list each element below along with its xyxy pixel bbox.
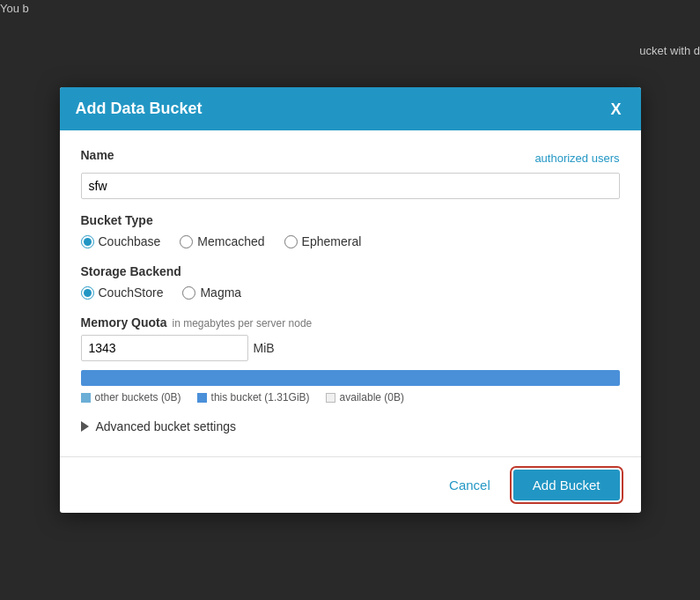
progress-this [81, 370, 620, 386]
name-row: Name authorized users [81, 148, 620, 167]
bucket-type-couchbase-radio[interactable] [81, 235, 94, 248]
legend-other-box [81, 393, 91, 403]
storage-magma[interactable]: Magma [182, 285, 241, 300]
modal-body: Name authorized users Bucket Type Couchb… [60, 130, 641, 456]
storage-couchstore-radio[interactable] [81, 286, 94, 300]
bucket-type-memcached-label: Memcached [197, 234, 264, 248]
bucket-type-couchbase-label: Couchbase [99, 234, 161, 248]
legend-this-box [197, 393, 207, 403]
progress-legend: other buckets (0B) this bucket (1.31GiB)… [81, 391, 620, 404]
bg-text-left: You b [0, 2, 29, 15]
memory-quota-row: Memory Quota in megabytes per server nod… [81, 315, 620, 330]
bucket-type-label: Bucket Type [81, 213, 620, 227]
chevron-right-icon [81, 421, 89, 432]
modal-title: Add Data Bucket [76, 100, 203, 118]
storage-magma-label: Magma [200, 285, 241, 300]
progress-bar-track [81, 370, 620, 386]
modal-footer: Cancel Add Bucket [60, 456, 641, 513]
memory-quota-input[interactable] [81, 335, 248, 361]
legend-other-label: other buckets (0B) [95, 391, 181, 404]
legend-this: this bucket (1.31GiB) [197, 391, 310, 404]
storage-couchstore[interactable]: CouchStore [81, 285, 164, 300]
authorized-users-link[interactable]: authorized users [534, 152, 619, 165]
modal-header: Add Data Bucket X [60, 87, 641, 130]
storage-backend-label: Storage Backend [81, 264, 620, 278]
advanced-bucket-settings[interactable]: Advanced bucket settings [81, 411, 620, 442]
cancel-button[interactable]: Cancel [440, 474, 499, 496]
bucket-type-couchbase[interactable]: Couchbase [81, 234, 161, 248]
memory-quota-sublabel: in megabytes per server node [173, 317, 313, 330]
advanced-label: Advanced bucket settings [96, 419, 237, 433]
legend-avail-label: available (0B) [340, 391, 404, 404]
mib-label: MiB [254, 341, 275, 355]
storage-magma-radio[interactable] [182, 286, 195, 300]
legend-avail-box [326, 393, 335, 403]
bucket-type-memcached[interactable]: Memcached [180, 234, 264, 248]
bucket-type-ephemeral-label: Ephemeral [302, 234, 362, 248]
modal-close-button[interactable]: X [607, 101, 624, 117]
name-label: Name [81, 148, 114, 162]
add-data-bucket-modal: Add Data Bucket X Name authorized users … [60, 87, 641, 513]
memory-progress-container: other buckets (0B) this bucket (1.31GiB)… [81, 370, 620, 404]
legend-this-label: this bucket (1.31GiB) [211, 391, 310, 404]
bucket-name-input[interactable] [81, 173, 620, 199]
legend-other: other buckets (0B) [81, 391, 181, 404]
bucket-type-ephemeral-radio[interactable] [284, 235, 298, 248]
memory-quota-input-row: MiB [81, 335, 620, 361]
bucket-type-ephemeral[interactable]: Ephemeral [284, 234, 362, 248]
legend-avail: available (0B) [326, 391, 404, 404]
bucket-type-group: Couchbase Memcached Ephemeral [81, 234, 620, 248]
storage-backend-group: CouchStore Magma [81, 285, 620, 300]
memory-quota-label: Memory Quota [81, 315, 167, 330]
bucket-type-memcached-radio[interactable] [180, 235, 193, 248]
add-bucket-button[interactable]: Add Bucket [513, 470, 620, 500]
storage-couchstore-label: CouchStore [99, 285, 164, 300]
bg-text-right: ucket with d [639, 44, 700, 57]
